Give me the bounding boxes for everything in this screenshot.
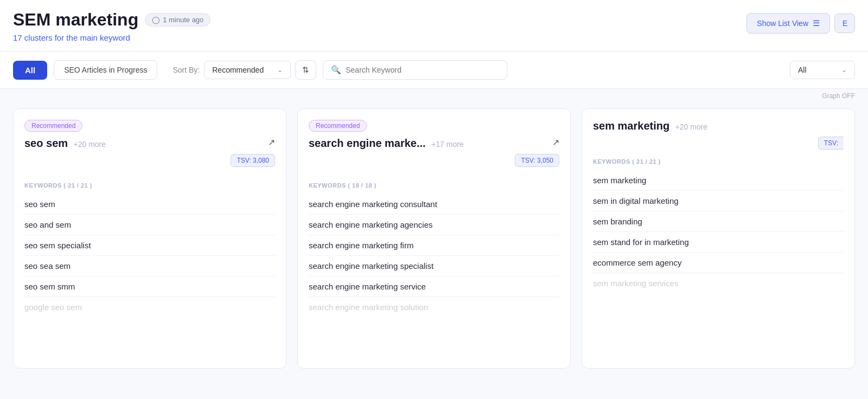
graph-toggle-label: Graph OFF [0, 89, 868, 100]
search-box: 🔍 [323, 60, 507, 80]
sort-value: Recommended [212, 66, 264, 74]
list-item: seo and sem [24, 215, 275, 235]
title-row: SEM marketing ◯ 1 minute ago [13, 10, 210, 30]
list-item: search engine marketing specialist [309, 256, 559, 276]
filter-chevron-icon: ⌄ [841, 66, 847, 74]
extra-button[interactable]: E [834, 14, 855, 33]
card-2-tsv-row: TSV: 3,050 [309, 154, 559, 173]
card-1-expand-icon[interactable]: ↗ [268, 137, 275, 147]
card-1-title-group: seo sem +20 more [24, 137, 106, 150]
sort-order-icon: ⇅ [302, 65, 309, 74]
extra-btn-label: E [843, 19, 847, 28]
card-3: sem marketing +20 more TSV: KEYWORDS ( 2… [582, 108, 855, 369]
toolbar: All SEO Articles in Progress Sort By: Re… [0, 52, 868, 89]
page-title: SEM marketing [13, 10, 138, 30]
card-1: Recommended seo sem +20 more ↗ TSV: 3,08… [13, 108, 286, 369]
card-1-keyword-list: seo sem seo and sem seo sem specialist s… [24, 194, 275, 317]
card-2-title: search engine marke... [309, 137, 426, 149]
search-icon: 🔍 [331, 65, 341, 75]
sort-section: Sort By: Recommended ⌄ ⇅ [173, 60, 316, 80]
card-2-title-row: search engine marke... +17 more ↗ [309, 137, 559, 150]
header-right: Show List View ☰ E [746, 13, 855, 34]
sort-dropdown[interactable]: Recommended ⌄ [204, 61, 291, 79]
list-icon: ☰ [813, 18, 820, 28]
list-item: search engine marketing firm [309, 235, 559, 256]
clock-icon: ◯ [152, 16, 160, 24]
show-list-label: Show List View [757, 19, 808, 28]
card-1-tsv: TSV: 3,080 [231, 154, 275, 167]
card-2-more: +17 more [431, 140, 464, 149]
card-3-keyword-list: sem marketing sem in digital marketing s… [593, 170, 844, 293]
header-left: SEM marketing ◯ 1 minute ago 17 clusters… [13, 10, 210, 42]
card-2-badge: Recommended [309, 120, 367, 132]
subtitle: 17 clusters for the main keyword [13, 33, 210, 42]
chevron-down-icon: ⌄ [277, 66, 283, 74]
sort-label: Sort By: [173, 66, 200, 74]
list-item: ecommerce sem agency [593, 253, 844, 273]
card-3-tsv: TSV: [818, 137, 844, 150]
card-3-title-group: sem marketing +20 more [593, 120, 707, 132]
card-2-title-group: search engine marke... +17 more [309, 137, 464, 150]
list-item: search engine marketing service [309, 276, 559, 297]
list-item: sem marketing [593, 170, 844, 191]
list-item: seo sem smm [24, 276, 275, 297]
list-item: google seo sem [24, 297, 275, 317]
list-item: seo sem specialist [24, 235, 275, 256]
card-2-tsv: TSV: 3,050 [515, 154, 559, 167]
card-1-tsv-row: TSV: 3,080 [24, 154, 275, 173]
card-3-title: sem marketing [593, 120, 669, 132]
card-1-badge: Recommended [24, 120, 82, 132]
filter-value: All [798, 66, 807, 74]
tab-seo-button[interactable]: SEO Articles in Progress [54, 60, 157, 80]
timestamp-text: 1 minute ago [163, 16, 203, 24]
card-2-keywords-count: KEYWORDS ( 18 / 18 ) [309, 182, 559, 189]
card-3-keywords-count: KEYWORDS ( 21 / 21 ) [593, 158, 844, 165]
search-input[interactable] [346, 66, 499, 74]
list-item: seo sem [24, 194, 275, 215]
card-3-tsv-row: TSV: [593, 137, 844, 150]
list-item: sem stand for in marketing [593, 232, 844, 253]
header: SEM marketing ◯ 1 minute ago 17 clusters… [0, 0, 868, 52]
list-item: seo sea sem [24, 256, 275, 276]
list-item: sem marketing services [593, 273, 844, 293]
card-3-title-row: sem marketing +20 more [593, 120, 844, 132]
card-1-title: seo sem [24, 137, 68, 149]
list-item: search engine marketing solution [309, 297, 559, 317]
card-1-more: +20 more [74, 140, 106, 149]
list-item: sem branding [593, 211, 844, 232]
tab-all-button[interactable]: All [13, 61, 47, 80]
list-item: search engine marketing consultant [309, 194, 559, 215]
sort-order-button[interactable]: ⇅ [295, 60, 316, 80]
card-1-keywords-count: KEYWORDS ( 21 / 21 ) [24, 182, 275, 189]
card-2: Recommended search engine marke... +17 m… [297, 108, 571, 369]
cards-area: Recommended seo sem +20 more ↗ TSV: 3,08… [0, 100, 868, 377]
card-2-expand-icon[interactable]: ↗ [552, 137, 559, 147]
card-1-title-row: seo sem +20 more ↗ [24, 137, 275, 150]
timestamp-badge: ◯ 1 minute ago [145, 13, 210, 27]
graph-off-text: Graph OFF [822, 92, 855, 100]
card-2-keyword-list: search engine marketing consultant searc… [309, 194, 559, 317]
list-item: sem in digital marketing [593, 191, 844, 211]
list-item: search engine marketing agencies [309, 215, 559, 235]
filter-dropdown[interactable]: All ⌄ [790, 61, 855, 79]
show-list-button[interactable]: Show List View ☰ [746, 13, 830, 34]
card-3-more: +20 more [675, 123, 708, 131]
